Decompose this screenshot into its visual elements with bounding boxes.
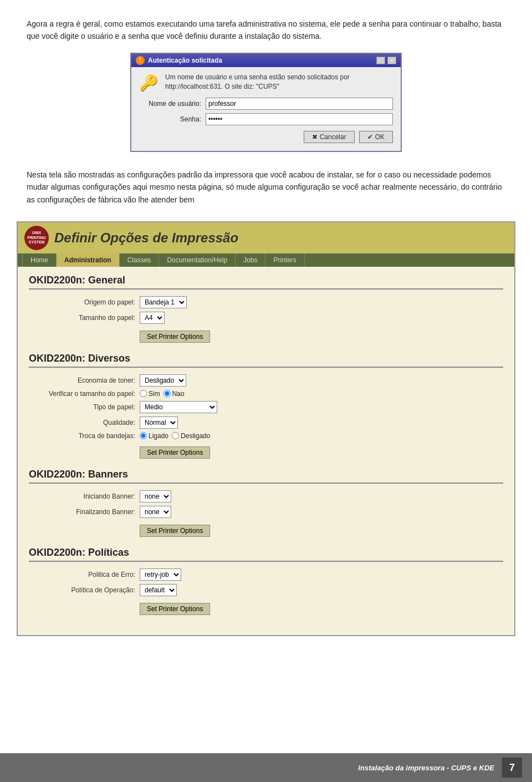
auth-icon: ! <box>136 56 145 65</box>
field-label-finalizando: Finalizando Banner: <box>29 508 140 516</box>
field-control-troca: Ligado Desligado <box>140 432 210 440</box>
auth-titlebar-left: ! Autenticação solicitada <box>136 56 222 65</box>
mid-text-section: Nesta tela são mostradas as configuraçõe… <box>0 164 532 215</box>
auth-minimize-btn[interactable]: □ <box>376 57 385 64</box>
section-general-title: OKID2200n: General <box>29 275 503 290</box>
cups-logo: UNIXPRINTINGSYSTEM <box>24 226 49 250</box>
cups-content: OKID2200n: General Origem do papel: Band… <box>18 267 514 635</box>
field-label-troca: Troca de bandejas: <box>29 432 140 440</box>
nav-administration[interactable]: Administration <box>57 253 120 267</box>
set-printer-options-general[interactable]: Set Printer Options <box>140 331 210 343</box>
finalizando-banner-select[interactable]: none <box>140 506 171 518</box>
field-label-economia: Economia de toner: <box>29 377 140 384</box>
radio-sim[interactable] <box>140 390 147 397</box>
nav-home[interactable]: Home <box>22 253 57 267</box>
radio-nao[interactable] <box>163 390 171 397</box>
auth-dialog: ! Autenticação solicitada □ × 🔑 Um nome … <box>130 53 402 152</box>
field-label-qualidade: Qualidade: <box>29 419 140 426</box>
cups-panel: UNIXPRINTINGSYSTEM Definir Opções de Imp… <box>17 221 515 636</box>
field-tamanho-papel: Tamanho do papel: A4 <box>29 312 503 324</box>
field-troca-bandejas: Troca de bandejas: Ligado Desligado <box>29 432 503 440</box>
field-label-tamanho: Tamanho do papel: <box>29 314 140 322</box>
auth-info-row: 🔑 Um nome de usuário e uma senha estão s… <box>139 73 393 92</box>
username-input[interactable] <box>206 98 393 110</box>
auth-body: 🔑 Um nome de usuário e uma senha estão s… <box>131 67 401 151</box>
tamanho-papel-select[interactable]: A4 <box>140 312 165 324</box>
field-qualidade: Qualidade: Normal <box>29 417 503 429</box>
password-input[interactable] <box>206 113 393 125</box>
cups-header: UNIXPRINTINGSYSTEM Definir Opções de Imp… <box>18 222 514 253</box>
section-banners: OKID2200n: Banners Iniciando Banner: non… <box>29 469 503 537</box>
cups-header-title: Definir Opções de Impressão <box>54 230 238 246</box>
nav-classes[interactable]: Classes <box>120 253 160 267</box>
set-printer-options-politicas[interactable]: Set Printer Options <box>140 603 210 615</box>
politica-operacao-select[interactable]: default <box>140 584 177 596</box>
auth-dialog-wrapper: ! Autenticação solicitada □ × 🔑 Um nome … <box>0 53 532 152</box>
field-verificar-tamanho: Verificar o tamanho do papel: Sim Nao <box>29 390 503 398</box>
radio-desligado-label[interactable]: Desligado <box>172 432 210 440</box>
cancel-label: Cancelar <box>320 133 346 141</box>
field-politica-operacao: Política de Operação: default <box>29 584 503 596</box>
nav-printers[interactable]: Printers <box>265 253 304 267</box>
field-control-origem: Bandeja 1 <box>140 296 187 308</box>
origem-papel-select[interactable]: Bandeja 1 <box>140 296 187 308</box>
cups-logo-text: UNIXPRINTINGSYSTEM <box>27 231 45 245</box>
intro-section: Agora a regra é geral, como estamos exec… <box>0 0 532 43</box>
set-printer-options-diversos[interactable]: Set Printer Options <box>140 446 210 459</box>
field-control-economia: Desligado <box>140 374 186 387</box>
auth-buttons: ✖ Cancelar ✔ OK <box>139 131 393 143</box>
radio-ligado-label[interactable]: Ligado <box>140 432 168 440</box>
iniciando-banner-select[interactable]: none <box>140 490 171 502</box>
field-control-tamanho: A4 <box>140 312 165 324</box>
politica-erro-select[interactable]: retry-job <box>140 568 181 581</box>
economia-toner-select[interactable]: Desligado <box>140 374 186 387</box>
field-origem-papel: Origem do papel: Bandeja 1 <box>29 296 503 308</box>
section-politicas-title: OKID2200n: Políticas <box>29 547 503 562</box>
page-footer: Instalação da impressora - CUPS e KDE 7 <box>0 753 532 782</box>
field-control-tipo: Medio <box>140 401 217 413</box>
field-control-iniciando: none <box>140 490 171 502</box>
radio-nao-label[interactable]: Nao <box>163 390 185 398</box>
field-label-erro: Politica de Erro: <box>29 571 140 578</box>
set-printer-options-banners[interactable]: Set Printer Options <box>140 525 210 537</box>
username-label: Nome de usuário: <box>139 100 206 108</box>
nav-documentation[interactable]: Documentation/Help <box>159 253 236 267</box>
password-label: Senha: <box>139 115 206 123</box>
auth-info-text: Um nome de usuário e uma senha estão sen… <box>165 73 393 92</box>
field-control-finalizando: none <box>140 506 171 518</box>
field-iniciando-banner: Iniciando Banner: none <box>29 490 503 502</box>
section-diversos: OKID2200n: Diversos Economia de toner: D… <box>29 353 503 459</box>
radio-sim-label[interactable]: Sim <box>140 390 160 398</box>
auth-close-btn[interactable]: × <box>387 57 396 64</box>
field-politica-erro: Politica de Erro: retry-job <box>29 568 503 581</box>
nav-jobs[interactable]: Jobs <box>236 253 265 267</box>
intro-paragraph-1: Agora a regra é geral, como estamos exec… <box>27 18 505 43</box>
field-finalizando-banner: Finalizando Banner: none <box>29 506 503 518</box>
radio-desligado[interactable] <box>172 432 179 439</box>
page-number: 7 <box>502 758 522 778</box>
cups-nav: Home Administration Classes Documentatio… <box>18 253 514 267</box>
section-banners-title: OKID2200n: Banners <box>29 469 503 484</box>
auth-titlebar: ! Autenticação solicitada □ × <box>131 54 401 67</box>
password-row: Senha: <box>139 113 393 125</box>
key-icon: 🔑 <box>139 74 158 92</box>
qualidade-select[interactable]: Normal <box>140 417 178 429</box>
field-label-iniciando: Iniciando Banner: <box>29 492 140 500</box>
radio-ligado[interactable] <box>140 432 147 439</box>
field-tipo-papel: Tipo de papel: Medio <box>29 401 503 413</box>
section-general: OKID2200n: General Origem do papel: Band… <box>29 275 503 343</box>
footer-text: Instalação da impressora - CUPS e KDE <box>358 764 494 772</box>
field-control-operacao: default <box>140 584 177 596</box>
field-label-tipo: Tipo de papel: <box>29 403 140 411</box>
cancel-button[interactable]: ✖ Cancelar <box>304 131 355 143</box>
username-row: Nome de usuário: <box>139 98 393 110</box>
tipo-papel-select[interactable]: Medio <box>140 401 217 413</box>
field-control-erro: retry-job <box>140 568 181 581</box>
mid-paragraph: Nesta tela são mostradas as configuraçõe… <box>27 169 505 206</box>
ok-button[interactable]: ✔ OK <box>359 131 393 143</box>
section-diversos-title: OKID2200n: Diversos <box>29 353 503 368</box>
field-control-verificar: Sim Nao <box>140 390 185 398</box>
auth-titlebar-buttons: □ × <box>376 57 396 64</box>
field-label-verificar: Verificar o tamanho do papel: <box>29 390 140 398</box>
ok-label: OK <box>375 133 385 141</box>
